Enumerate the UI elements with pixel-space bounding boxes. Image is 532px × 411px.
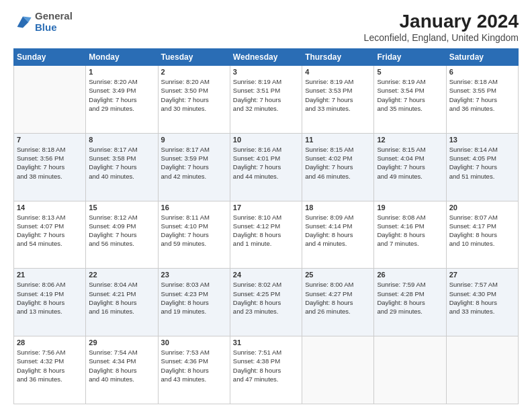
day-info: Sunrise: 8:19 AM Sunset: 3:54 PM Dayligh… [377, 77, 443, 113]
day-info: Sunrise: 8:12 AM Sunset: 4:09 PM Dayligh… [89, 213, 154, 248]
col-tuesday: Tuesday [158, 49, 230, 66]
table-row: 4Sunrise: 8:19 AM Sunset: 3:53 PM Daylig… [302, 66, 374, 134]
table-row: 26Sunrise: 7:59 AM Sunset: 4:28 PM Dayli… [374, 269, 446, 336]
day-number: 26 [377, 271, 443, 279]
col-monday: Monday [86, 49, 158, 66]
table-row: 1Sunrise: 8:20 AM Sunset: 3:49 PM Daylig… [86, 66, 158, 134]
day-number: 23 [161, 271, 227, 279]
day-number: 24 [233, 271, 299, 279]
table-row: 18Sunrise: 8:09 AM Sunset: 4:14 PM Dayli… [302, 201, 374, 269]
day-number: 2 [161, 68, 227, 76]
table-row: 3Sunrise: 8:19 AM Sunset: 3:51 PM Daylig… [230, 66, 302, 134]
day-number: 15 [89, 203, 154, 212]
day-number: 29 [89, 338, 154, 347]
col-thursday: Thursday [302, 49, 374, 66]
table-row: 20Sunrise: 8:07 AM Sunset: 4:17 PM Dayli… [446, 201, 518, 269]
table-row: 25Sunrise: 8:00 AM Sunset: 4:27 PM Dayli… [302, 269, 374, 336]
day-number: 12 [377, 136, 443, 144]
day-info: Sunrise: 8:06 AM Sunset: 4:19 PM Dayligh… [17, 280, 83, 316]
day-info: Sunrise: 8:02 AM Sunset: 4:25 PM Dayligh… [233, 280, 299, 316]
day-number: 30 [161, 338, 227, 347]
day-info: Sunrise: 8:04 AM Sunset: 4:21 PM Dayligh… [89, 280, 154, 316]
table-row: 27Sunrise: 7:57 AM Sunset: 4:30 PM Dayli… [446, 269, 518, 336]
day-info: Sunrise: 8:20 AM Sunset: 3:50 PM Dayligh… [161, 77, 227, 113]
table-row: 23Sunrise: 8:03 AM Sunset: 4:23 PM Dayli… [158, 269, 230, 336]
page: General Blue January 2024 Leconfield, En… [0, 0, 532, 411]
col-wednesday: Wednesday [230, 49, 302, 66]
title-block: January 2024 Leconfield, England, United… [364, 11, 519, 43]
day-number: 6 [449, 68, 515, 76]
calendar-header-row: Sunday Monday Tuesday Wednesday Thursday… [14, 49, 519, 66]
day-number: 17 [233, 203, 299, 212]
table-row: 7Sunrise: 8:18 AM Sunset: 3:56 PM Daylig… [14, 133, 86, 201]
day-info: Sunrise: 8:07 AM Sunset: 4:17 PM Dayligh… [449, 213, 515, 248]
calendar-table: Sunday Monday Tuesday Wednesday Thursday… [13, 48, 519, 404]
day-info: Sunrise: 8:19 AM Sunset: 3:53 PM Dayligh… [305, 77, 371, 113]
day-number: 16 [161, 203, 227, 212]
day-number: 7 [17, 136, 83, 144]
calendar-week-row: 7Sunrise: 8:18 AM Sunset: 3:56 PM Daylig… [14, 133, 519, 201]
table-row [14, 66, 86, 134]
table-row: 19Sunrise: 8:08 AM Sunset: 4:16 PM Dayli… [374, 201, 446, 269]
col-friday: Friday [374, 49, 446, 66]
day-info: Sunrise: 7:53 AM Sunset: 4:36 PM Dayligh… [161, 348, 227, 383]
day-number: 1 [89, 68, 154, 76]
table-row: 24Sunrise: 8:02 AM Sunset: 4:25 PM Dayli… [230, 269, 302, 336]
day-number: 22 [89, 271, 154, 279]
day-info: Sunrise: 7:57 AM Sunset: 4:30 PM Dayligh… [449, 280, 515, 316]
table-row: 30Sunrise: 7:53 AM Sunset: 4:36 PM Dayli… [158, 336, 230, 404]
day-info: Sunrise: 8:13 AM Sunset: 4:07 PM Dayligh… [17, 213, 83, 248]
day-number: 20 [449, 203, 515, 212]
table-row [374, 336, 446, 404]
day-number: 25 [305, 271, 371, 279]
day-number: 4 [305, 68, 371, 76]
day-info: Sunrise: 8:20 AM Sunset: 3:49 PM Dayligh… [89, 77, 154, 113]
day-number: 11 [305, 136, 371, 144]
table-row: 2Sunrise: 8:20 AM Sunset: 3:50 PM Daylig… [158, 66, 230, 134]
calendar-week-row: 14Sunrise: 8:13 AM Sunset: 4:07 PM Dayli… [14, 201, 519, 269]
table-row: 29Sunrise: 7:54 AM Sunset: 4:34 PM Dayli… [86, 336, 158, 404]
logo-text: General Blue [35, 11, 73, 33]
day-number: 3 [233, 68, 299, 76]
table-row: 12Sunrise: 8:15 AM Sunset: 4:04 PM Dayli… [374, 133, 446, 201]
table-row: 10Sunrise: 8:16 AM Sunset: 4:01 PM Dayli… [230, 133, 302, 201]
day-number: 9 [161, 136, 227, 144]
day-info: Sunrise: 8:11 AM Sunset: 4:10 PM Dayligh… [161, 213, 227, 248]
table-row: 13Sunrise: 8:14 AM Sunset: 4:05 PM Dayli… [446, 133, 518, 201]
logo: General Blue [13, 11, 73, 33]
day-info: Sunrise: 8:18 AM Sunset: 3:56 PM Dayligh… [17, 145, 83, 181]
day-info: Sunrise: 8:19 AM Sunset: 3:51 PM Dayligh… [233, 77, 299, 113]
day-number: 10 [233, 136, 299, 144]
table-row: 21Sunrise: 8:06 AM Sunset: 4:19 PM Dayli… [14, 269, 86, 336]
day-info: Sunrise: 8:03 AM Sunset: 4:23 PM Dayligh… [161, 280, 227, 316]
col-sunday: Sunday [14, 49, 86, 66]
calendar-title: January 2024 [364, 11, 519, 32]
day-info: Sunrise: 8:10 AM Sunset: 4:12 PM Dayligh… [233, 213, 299, 248]
header: General Blue January 2024 Leconfield, En… [13, 11, 519, 43]
calendar-subtitle: Leconfield, England, United Kingdom [364, 32, 519, 43]
day-info: Sunrise: 8:16 AM Sunset: 4:01 PM Dayligh… [233, 145, 299, 181]
day-info: Sunrise: 8:08 AM Sunset: 4:16 PM Dayligh… [377, 213, 443, 248]
day-number: 19 [377, 203, 443, 212]
logo-icon [13, 13, 32, 32]
day-number: 5 [377, 68, 443, 76]
table-row: 11Sunrise: 8:15 AM Sunset: 4:02 PM Dayli… [302, 133, 374, 201]
day-info: Sunrise: 8:17 AM Sunset: 3:58 PM Dayligh… [89, 145, 154, 181]
table-row: 5Sunrise: 8:19 AM Sunset: 3:54 PM Daylig… [374, 66, 446, 134]
table-row: 14Sunrise: 8:13 AM Sunset: 4:07 PM Dayli… [14, 201, 86, 269]
table-row [446, 336, 518, 404]
table-row: 9Sunrise: 8:17 AM Sunset: 3:59 PM Daylig… [158, 133, 230, 201]
day-info: Sunrise: 7:59 AM Sunset: 4:28 PM Dayligh… [377, 280, 443, 316]
col-saturday: Saturday [446, 49, 518, 66]
day-info: Sunrise: 7:54 AM Sunset: 4:34 PM Dayligh… [89, 348, 154, 383]
day-info: Sunrise: 7:56 AM Sunset: 4:32 PM Dayligh… [17, 348, 83, 383]
day-info: Sunrise: 8:18 AM Sunset: 3:55 PM Dayligh… [449, 77, 515, 113]
table-row: 28Sunrise: 7:56 AM Sunset: 4:32 PM Dayli… [14, 336, 86, 404]
calendar-week-row: 21Sunrise: 8:06 AM Sunset: 4:19 PM Dayli… [14, 269, 519, 336]
day-info: Sunrise: 8:15 AM Sunset: 4:02 PM Dayligh… [305, 145, 371, 181]
day-info: Sunrise: 8:09 AM Sunset: 4:14 PM Dayligh… [305, 213, 371, 248]
day-info: Sunrise: 8:15 AM Sunset: 4:04 PM Dayligh… [377, 145, 443, 181]
table-row: 8Sunrise: 8:17 AM Sunset: 3:58 PM Daylig… [86, 133, 158, 201]
table-row: 31Sunrise: 7:51 AM Sunset: 4:38 PM Dayli… [230, 336, 302, 404]
day-number: 21 [17, 271, 83, 279]
